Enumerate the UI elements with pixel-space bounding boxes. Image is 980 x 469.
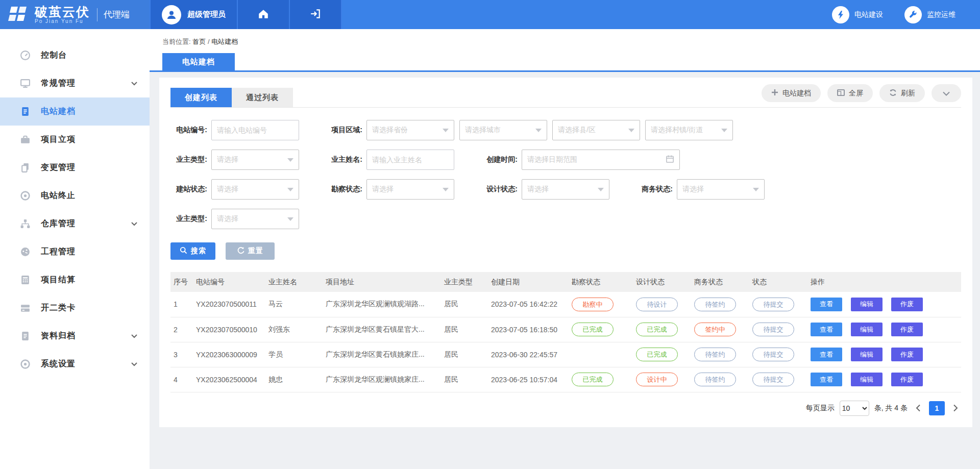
field-station-no: 电站编号:: [170, 120, 299, 140]
void-button[interactable]: 作废: [891, 348, 923, 361]
filter-row-1: 电站编号: 项目区域: 请选择省份 请选择城市 请选择县/区 请选择村镇/街道: [170, 120, 961, 140]
owner-name-input[interactable]: [366, 150, 454, 170]
logout-button[interactable]: [289, 0, 341, 29]
field-label: 设计状态:: [481, 185, 518, 194]
sidebar-item-open-class2-card[interactable]: 开二类卡: [0, 294, 150, 322]
dropdown-arrow-icon: [535, 129, 542, 132]
next-page-button[interactable]: [950, 404, 961, 412]
void-button[interactable]: 作废: [891, 373, 923, 386]
dropdown-arrow-icon: [598, 188, 604, 191]
sidebar-item-project-settlement[interactable]: 项目结算: [0, 266, 150, 294]
prev-page-button[interactable]: [913, 404, 924, 412]
business-status-select[interactable]: 请选择: [677, 179, 765, 200]
create-station-button[interactable]: 电站建档: [762, 84, 821, 102]
cell-created: 2023-06-30 22:45:57: [488, 342, 569, 367]
void-button[interactable]: 作废: [891, 298, 923, 311]
owner-type-select-2[interactable]: 请选择: [211, 209, 299, 229]
edit-button[interactable]: 编辑: [851, 348, 883, 361]
view-button[interactable]: 查看: [811, 348, 842, 361]
sidebar-item-engineering-management[interactable]: 工程管理: [0, 238, 150, 266]
col-owner-type: 业主类型: [441, 272, 488, 292]
archive-icon: [19, 331, 31, 342]
sidebar-item-general-management[interactable]: 常规管理: [0, 69, 150, 97]
cell-created: 2023-07-05 16:18:50: [488, 317, 569, 342]
station-no-input[interactable]: [211, 120, 299, 140]
cell-owner-type: 居民: [441, 317, 488, 342]
breadcrumb-current: 电站建档: [211, 38, 238, 45]
collapse-toolbar-button[interactable]: [932, 84, 961, 102]
sitemap-icon: [19, 218, 31, 230]
build-status-select[interactable]: 请选择: [211, 179, 299, 200]
header-spacer: [341, 0, 832, 29]
county-select[interactable]: 请选择县/区: [552, 120, 640, 140]
field-survey-status: 勘察状态: 请选择: [326, 179, 454, 200]
field-label: 建站状态:: [170, 185, 207, 194]
field-region: 项目区域: 请选择省份 请选择城市 请选择县/区 请选择村镇/街道: [326, 120, 733, 140]
owner-type-select[interactable]: 请选择: [211, 150, 299, 170]
user-menu[interactable]: 超级管理员: [150, 0, 237, 29]
edit-button[interactable]: 编辑: [851, 298, 883, 311]
edit-button[interactable]: 编辑: [851, 373, 883, 386]
dropdown-arrow-icon: [443, 129, 449, 132]
per-page-select[interactable]: 10: [840, 401, 869, 416]
calculator-icon: [19, 275, 31, 286]
town-select[interactable]: 请选择村镇/街道: [645, 120, 733, 140]
nav-station-construction[interactable]: 电站建设: [832, 6, 883, 23]
fullscreen-button[interactable]: 全屏: [827, 84, 873, 102]
province-select[interactable]: 请选择省份: [366, 120, 454, 140]
sidebar-item-console[interactable]: 控制台: [0, 41, 150, 69]
page-header: 当前位置: 首页 / 电站建档 电站建档: [150, 29, 980, 72]
sidebar-item-warehouse-management[interactable]: 仓库管理: [0, 210, 150, 238]
button-label: 刷新: [901, 89, 915, 98]
page-tab-station-filing[interactable]: 电站建档: [162, 53, 235, 70]
reset-button[interactable]: 重置: [226, 242, 275, 260]
cell-address: 广东深圳龙华区黄石镇姚家庄...: [323, 342, 441, 367]
reset-icon: [237, 246, 244, 256]
tab-created-list[interactable]: 创建列表: [170, 88, 232, 107]
sidebar-item-station-filing[interactable]: 电站建档: [0, 97, 150, 126]
breadcrumb-prefix: 当前位置:: [162, 38, 191, 45]
select-placeholder: 请选择: [527, 185, 598, 194]
view-button[interactable]: 查看: [811, 298, 842, 311]
dashboard-icon: [19, 50, 31, 61]
nav-monitoring-ops[interactable]: 监控运维: [904, 6, 955, 23]
search-button[interactable]: 搜索: [170, 242, 215, 260]
select-placeholder: 请选择城市: [465, 126, 535, 135]
chevron-down-icon: [943, 89, 950, 97]
table-header-row: 序号 电站编号 业主姓名 项目地址 业主类型 创建日期 勘察状态 设计状态 商务…: [170, 272, 961, 292]
field-create-time: 创建时间: 请选择日期范围: [481, 150, 680, 170]
row-actions: 查看 编辑 作废: [811, 348, 961, 361]
cell-owner: 姚忠: [265, 367, 323, 392]
design-status-select[interactable]: 请选择: [522, 179, 609, 200]
page-number-button[interactable]: 1: [929, 401, 945, 415]
sidebar-item-station-termination[interactable]: 电站终止: [0, 182, 150, 210]
breadcrumb-home[interactable]: 首页: [192, 38, 206, 45]
void-button[interactable]: 作废: [891, 323, 923, 336]
survey-status-select[interactable]: 请选择: [366, 179, 454, 200]
home-button[interactable]: [237, 0, 289, 29]
filter-row-3: 建站状态: 请选择 勘察状态: 请选择 设计状态: 请选择 商务状态: 请选择: [170, 179, 961, 200]
col-status: 状态: [749, 272, 807, 292]
button-label: 全屏: [849, 89, 863, 98]
col-owner-name: 业主姓名: [265, 272, 323, 292]
sidebar-item-system-settings[interactable]: 系统设置: [0, 350, 150, 378]
select-placeholder: 请选择: [372, 185, 443, 194]
tab-passed-list[interactable]: 通过列表: [232, 88, 293, 107]
view-button[interactable]: 查看: [811, 373, 842, 386]
briefcase-icon: [19, 134, 31, 145]
sidebar-item-change-management[interactable]: 变更管理: [0, 154, 150, 182]
sidebar-item-project-initiation[interactable]: 项目立项: [0, 126, 150, 154]
city-select[interactable]: 请选择城市: [459, 120, 547, 140]
refresh-button[interactable]: 刷新: [879, 84, 925, 102]
date-range-input[interactable]: 请选择日期范围: [522, 150, 680, 170]
view-button[interactable]: 查看: [811, 323, 842, 336]
field-design-status: 设计状态: 请选择: [481, 179, 609, 200]
region-selects: 请选择省份 请选择城市 请选择县/区 请选择村镇/街道: [366, 120, 733, 140]
refresh-icon: [889, 89, 897, 98]
sidebar-item-label: 变更管理: [41, 162, 76, 173]
select-placeholder: 请选择村镇/街道: [651, 126, 721, 135]
cell-owner-type: 居民: [441, 367, 488, 392]
edit-button[interactable]: 编辑: [851, 323, 883, 336]
copy-icon: [19, 162, 31, 174]
sidebar-item-data-archive[interactable]: 资料归档: [0, 322, 150, 350]
